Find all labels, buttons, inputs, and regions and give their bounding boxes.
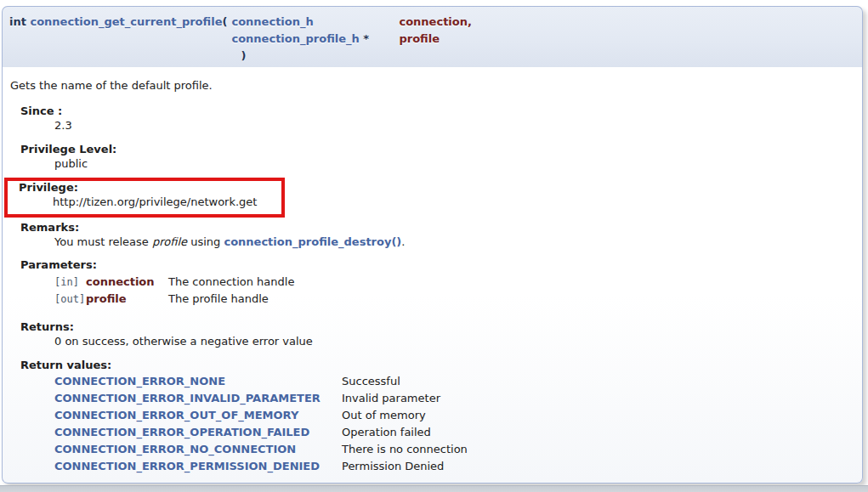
error-code-link[interactable]: CONNECTION_ERROR_INVALID_PARAMETER <box>54 392 321 404</box>
error-code-link[interactable]: CONNECTION_ERROR_OUT_OF_MEMORY <box>54 409 298 421</box>
error-description: Permission Denied <box>342 458 468 475</box>
param-name: connection <box>86 274 168 291</box>
open-paren: ( <box>222 14 231 31</box>
signature-param-name: profile <box>399 31 471 48</box>
param-description: The profile handle <box>168 291 294 308</box>
parameters-label: Parameters: <box>20 258 854 272</box>
function-doc-item: int connection_get_current_profile ( con… <box>2 6 863 484</box>
privilege-level-value: public <box>54 157 854 171</box>
param-type-suffix: * <box>360 32 369 45</box>
return-value-row: CONNECTION_ERROR_INVALID_PARAMETER Inval… <box>54 390 468 407</box>
remarks-text-before: You must release <box>54 235 152 248</box>
privilege-highlight-box: Privilege: http://tizen.org/privilege/ne… <box>4 178 285 218</box>
return-value-row: CONNECTION_ERROR_PERMISSION_DENIED Permi… <box>54 458 468 475</box>
parameters-table: [in] connection The connection handle [o… <box>54 274 294 308</box>
error-description: Operation failed <box>342 424 468 441</box>
signature-param-type-cell: connection_profile_h * <box>231 31 399 48</box>
error-code-link[interactable]: CONNECTION_ERROR_NO_CONNECTION <box>54 443 296 455</box>
function-name-link[interactable]: connection_get_current_profile <box>30 15 222 28</box>
since-value: 2.3 <box>54 119 854 133</box>
param-name: profile <box>86 291 168 308</box>
remarks-text-middle: using <box>187 235 224 248</box>
return-values-label: Return values: <box>20 359 854 372</box>
page-bottom-divider <box>0 485 868 492</box>
section-privilege: Privilege: http://tizen.org/privilege/ne… <box>19 181 281 209</box>
section-remarks: Remarks: You must release profile using … <box>20 221 854 249</box>
function-doc-body: Gets the name of the default profile. Si… <box>2 67 863 484</box>
privilege-value: http://tizen.org/privilege/network.get <box>53 195 281 209</box>
since-label: Since : <box>20 105 854 118</box>
return-value-row: CONNECTION_ERROR_OUT_OF_MEMORY Out of me… <box>54 407 468 424</box>
error-code-link[interactable]: CONNECTION_ERROR_NONE <box>54 375 225 387</box>
param-description: The connection handle <box>168 274 294 291</box>
param-direction: [in] <box>54 274 86 291</box>
remarks-text-after: . <box>401 235 405 248</box>
section-privilege-level: Privilege Level: public <box>20 143 854 171</box>
param-direction: [out] <box>54 291 86 308</box>
section-since: Since : 2.3 <box>20 105 854 133</box>
error-description: Out of memory <box>342 407 468 424</box>
parameter-row: [in] connection The connection handle <box>54 274 294 291</box>
close-paren: ) <box>222 48 399 65</box>
section-returns: Returns: 0 on success, otherwise a negat… <box>20 320 854 348</box>
error-description: Successful <box>342 373 468 390</box>
destroy-function-link[interactable]: connection_profile_destroy() <box>224 235 401 248</box>
signature-table: int connection_get_current_profile ( con… <box>9 14 472 65</box>
section-parameters: Parameters: [in] connection The connecti… <box>20 258 854 308</box>
function-signature-header: int connection_get_current_profile ( con… <box>2 6 863 67</box>
remarks-param-ref: profile <box>152 235 187 248</box>
return-value-row: CONNECTION_ERROR_NO_CONNECTION There is … <box>54 441 468 458</box>
signature-param-name: connection, <box>399 14 471 31</box>
parameter-row: [out] profile The profile handle <box>54 291 294 308</box>
signature-memname: int connection_get_current_profile <box>9 14 222 31</box>
signature-param-type-cell: connection_h <box>231 14 399 31</box>
error-description: There is no connection <box>342 441 468 458</box>
error-code-link[interactable]: CONNECTION_ERROR_OPERATION_FAILED <box>54 426 309 438</box>
error-description: Invalid parameter <box>342 390 468 407</box>
error-code-link[interactable]: CONNECTION_ERROR_PERMISSION_DENIED <box>54 460 320 472</box>
return-values-table: CONNECTION_ERROR_NONE Successful CONNECT… <box>54 373 468 475</box>
remarks-text: You must release profile using connectio… <box>54 235 854 249</box>
returns-label: Returns: <box>20 320 854 334</box>
param-type-link[interactable]: connection_profile_h <box>231 32 359 45</box>
function-description: Gets the name of the default profile. <box>10 79 854 93</box>
remarks-label: Remarks: <box>20 221 854 235</box>
returns-value: 0 on success, otherwise a negative error… <box>54 335 854 348</box>
return-value-row: CONNECTION_ERROR_NONE Successful <box>54 373 468 390</box>
section-return-values: Return values: CONNECTION_ERROR_NONE Suc… <box>20 359 854 475</box>
return-value-row: CONNECTION_ERROR_OPERATION_FAILED Operat… <box>54 424 468 441</box>
return-type: int <box>9 15 26 28</box>
privilege-level-label: Privilege Level: <box>20 143 854 156</box>
param-type-link[interactable]: connection_h <box>231 15 313 28</box>
privilege-label: Privilege: <box>19 181 281 195</box>
